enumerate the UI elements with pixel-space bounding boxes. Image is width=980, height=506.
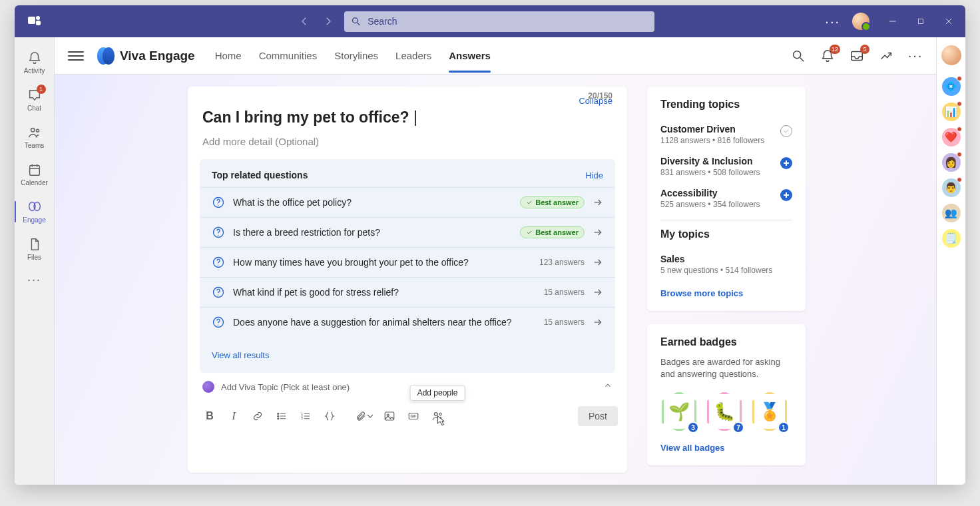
badge-hex[interactable]: 🐛7 bbox=[706, 391, 743, 432]
engage-logo[interactable]: Viva Engage bbox=[97, 47, 195, 65]
svg-text:GIF: GIF bbox=[411, 414, 417, 418]
svg-rect-11 bbox=[29, 166, 39, 176]
rail-label: Teams bbox=[25, 142, 44, 149]
bulleted-list-button[interactable] bbox=[272, 406, 292, 426]
format-italic-button[interactable]: I bbox=[224, 406, 244, 426]
topic-followed-icon[interactable] bbox=[780, 125, 792, 137]
svg-rect-17 bbox=[852, 51, 863, 60]
people-right-rail: 💠📊❤️👩👨👥🗒️ bbox=[936, 37, 965, 485]
engage-tabs: Home Communities Storylines Leaders Answ… bbox=[215, 39, 491, 72]
open-question-arrow-icon[interactable] bbox=[593, 227, 603, 238]
topic-follow-button[interactable] bbox=[780, 189, 792, 201]
rail-label: Files bbox=[27, 254, 41, 261]
rail-contact-avatar[interactable]: 🗒️ bbox=[942, 229, 961, 248]
related-question-meta: 15 answers bbox=[544, 318, 585, 327]
question-title-input[interactable]: 20/150 Can I bring my pet to office? bbox=[188, 109, 627, 126]
related-question-row[interactable]: What kind if pet is good for stress reli… bbox=[200, 277, 615, 307]
svg-rect-0 bbox=[28, 17, 35, 24]
svg-point-28 bbox=[218, 295, 218, 296]
global-search[interactable] bbox=[344, 11, 654, 32]
engage-analytics-icon[interactable] bbox=[879, 49, 893, 63]
related-question-row[interactable]: Does anyone have a suggestion for animal… bbox=[200, 307, 615, 337]
open-question-arrow-icon[interactable] bbox=[593, 197, 603, 208]
global-search-input[interactable] bbox=[366, 15, 648, 27]
question-detail-input[interactable]: Add more detail (Optional) bbox=[188, 126, 627, 154]
window-close-button[interactable] bbox=[937, 11, 960, 31]
rail-contact-avatar[interactable]: 📊 bbox=[942, 103, 961, 121]
add-topic-row[interactable]: Add Viva Topic (Pick at least one) bbox=[188, 373, 627, 401]
view-badges-link[interactable]: View all badges bbox=[660, 443, 725, 453]
rail-chat[interactable]: 1 Chat bbox=[17, 83, 52, 117]
engage-menu-button[interactable] bbox=[68, 48, 84, 64]
related-question-row[interactable]: What is the office pet policy? Best answ… bbox=[200, 187, 615, 217]
my-topic-row[interactable]: Sales5 new questions • 514 followers bbox=[660, 248, 792, 280]
unread-dot bbox=[957, 101, 962, 107]
topic-follow-button[interactable] bbox=[780, 157, 792, 169]
window-maximize-button[interactable] bbox=[909, 11, 932, 31]
rail-more-button[interactable]: ··· bbox=[27, 273, 41, 287]
rail-activity[interactable]: Activity bbox=[17, 45, 52, 80]
engage-notifications-icon[interactable]: 12 bbox=[820, 49, 835, 63]
rail-contact-avatar[interactable] bbox=[941, 45, 961, 65]
rail-label: Chat bbox=[27, 105, 41, 112]
tab-storylines[interactable]: Storylines bbox=[334, 39, 378, 72]
related-question-text: What kind if pet is good for stress reli… bbox=[233, 287, 536, 298]
svg-point-31 bbox=[218, 325, 218, 326]
related-hide-link[interactable]: Hide bbox=[585, 170, 603, 180]
add-people-tooltip: Add people bbox=[410, 385, 465, 401]
tab-home[interactable]: Home bbox=[215, 39, 242, 72]
unread-dot bbox=[957, 177, 962, 182]
trending-topic-row[interactable]: Accessibility525 answers • 354 followers bbox=[660, 182, 792, 214]
nav-forward-button[interactable] bbox=[322, 15, 334, 27]
insert-gif-button[interactable]: GIF bbox=[403, 406, 423, 426]
format-bold-button[interactable]: B bbox=[200, 406, 220, 426]
rail-files[interactable]: Files bbox=[17, 232, 52, 266]
badge-hex[interactable]: 🌱3 bbox=[660, 391, 698, 432]
engage-inbox-icon[interactable]: 5 bbox=[850, 49, 864, 63]
answers-sidebar: Trending topics Customer Driven1128 answ… bbox=[647, 87, 806, 473]
engage-more-icon[interactable]: ··· bbox=[908, 49, 923, 63]
rail-teams[interactable]: Teams bbox=[17, 120, 52, 154]
related-question-row[interactable]: Is there a breed restriction for pets? B… bbox=[200, 217, 615, 247]
open-question-arrow-icon[interactable] bbox=[593, 287, 603, 298]
svg-rect-6 bbox=[919, 19, 923, 24]
tab-communities[interactable]: Communities bbox=[259, 39, 318, 72]
add-people-button[interactable]: Add people bbox=[427, 406, 447, 426]
rail-contact-avatar[interactable]: 👩 bbox=[942, 153, 961, 172]
post-button[interactable]: Post bbox=[578, 406, 618, 426]
related-question-row[interactable]: How many times have you brought your pet… bbox=[200, 247, 615, 277]
rail-contact-avatar[interactable]: 👥 bbox=[942, 204, 961, 222]
rail-contact-avatar[interactable]: ❤️ bbox=[942, 128, 961, 146]
engage-header: Viva Engage Home Communities Storylines … bbox=[55, 37, 936, 75]
numbered-list-button[interactable]: 123 bbox=[296, 406, 316, 426]
tab-answers[interactable]: Answers bbox=[449, 39, 491, 72]
rail-engage[interactable]: Engage bbox=[17, 194, 52, 229]
rail-calendar[interactable]: Calender bbox=[17, 157, 52, 192]
badge-hex[interactable]: 🏅1 bbox=[751, 391, 788, 432]
rail-contact-avatar[interactable]: 💠 bbox=[942, 77, 961, 96]
insert-image-button[interactable] bbox=[379, 406, 399, 426]
svg-rect-2 bbox=[36, 21, 41, 25]
related-question-text: How many times have you brought your pet… bbox=[233, 257, 531, 268]
related-view-all-link[interactable]: View all results bbox=[212, 350, 269, 360]
trending-topic-row[interactable]: Customer Driven1128 answers • 816 follow… bbox=[660, 119, 792, 150]
rail-contact-avatar[interactable]: 👨 bbox=[942, 178, 961, 197]
nav-back-button[interactable] bbox=[298, 15, 310, 27]
browse-topics-link[interactable]: Browse more topics bbox=[660, 288, 743, 298]
svg-line-4 bbox=[357, 23, 360, 25]
compose-toolbar: B I 123 GIF Add people bbox=[188, 401, 627, 434]
teams-app-icon bbox=[27, 13, 43, 29]
window-minimize-button[interactable] bbox=[881, 11, 904, 31]
titlebar-more-button[interactable]: ··· bbox=[818, 14, 847, 29]
rail-label: Activity bbox=[24, 67, 45, 75]
current-user-avatar[interactable] bbox=[852, 13, 869, 30]
open-question-arrow-icon[interactable] bbox=[593, 317, 603, 328]
engage-search-icon[interactable] bbox=[791, 49, 806, 63]
tab-leaders[interactable]: Leaders bbox=[395, 39, 431, 72]
insert-link-button[interactable] bbox=[248, 406, 268, 426]
topic-row-collapse-icon[interactable] bbox=[603, 381, 612, 393]
open-question-arrow-icon[interactable] bbox=[593, 257, 603, 268]
trending-topic-row[interactable]: Diversity & Inclusion831 answers • 508 f… bbox=[660, 150, 792, 182]
attach-file-button[interactable] bbox=[356, 406, 375, 426]
code-block-button[interactable] bbox=[320, 406, 340, 426]
